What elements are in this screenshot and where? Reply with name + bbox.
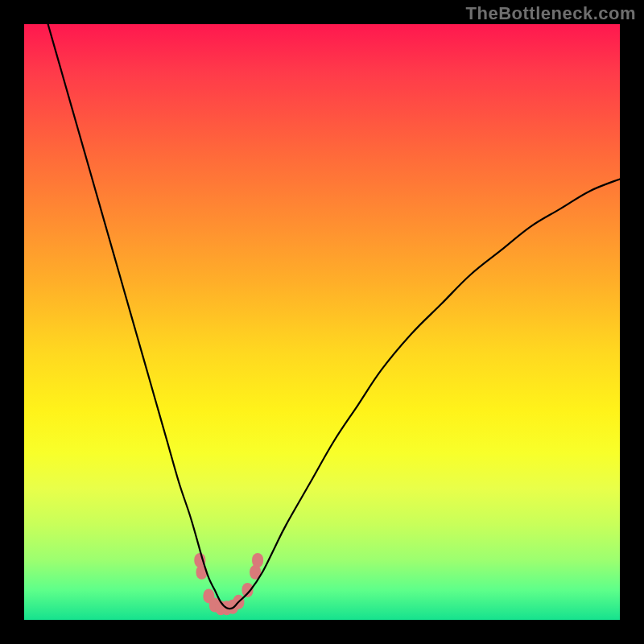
marker-dot — [252, 553, 263, 568]
minimum-markers — [194, 553, 263, 615]
plot-area — [24, 24, 620, 620]
watermark-text: TheBottleneck.com — [466, 3, 636, 24]
chart-svg — [24, 24, 620, 620]
chart-frame: TheBottleneck.com — [0, 0, 644, 644]
bottleneck-curve — [48, 24, 620, 609]
